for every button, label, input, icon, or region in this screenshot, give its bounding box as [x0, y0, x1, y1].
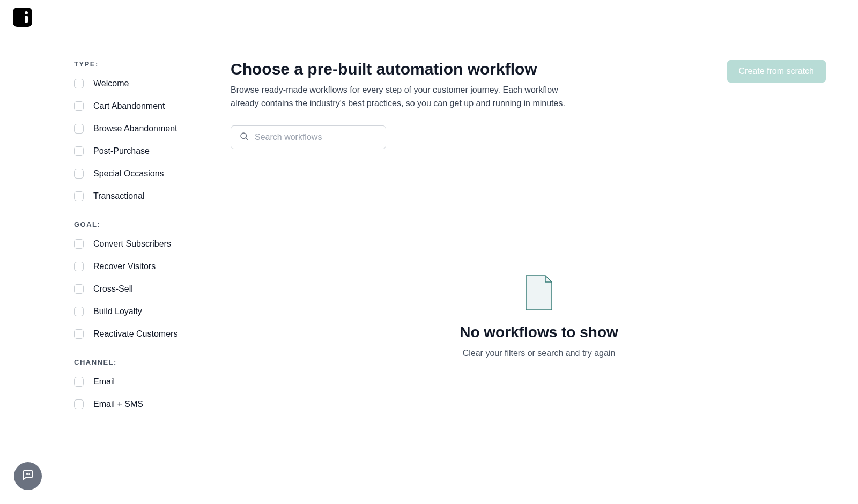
checkbox-icon[interactable]: [74, 262, 84, 271]
search-input[interactable]: [231, 125, 386, 149]
chat-icon: [22, 469, 34, 483]
filter-item-welcome[interactable]: Welcome: [74, 79, 198, 88]
filter-group-goal: GOAL: Convert Subscribers Recover Visito…: [74, 220, 198, 339]
checkbox-icon[interactable]: [74, 169, 84, 179]
filter-label: Post-Purchase: [93, 146, 150, 156]
svg-point-4: [28, 474, 28, 475]
filter-item-reactivate-customers[interactable]: Reactivate Customers: [74, 329, 198, 339]
checkbox-icon[interactable]: [74, 191, 84, 201]
page-body: TYPE: Welcome Cart Abandonment Browse Ab…: [0, 34, 858, 428]
filter-label: Recover Visitors: [93, 262, 156, 271]
checkbox-icon[interactable]: [74, 284, 84, 294]
filter-item-post-purchase[interactable]: Post-Purchase: [74, 146, 198, 156]
filter-item-email[interactable]: Email: [74, 377, 198, 387]
filter-label: Transactional: [93, 191, 144, 201]
filter-item-cross-sell[interactable]: Cross-Sell: [74, 284, 198, 294]
create-from-scratch-button[interactable]: Create from scratch: [727, 60, 826, 83]
filter-label: Email: [93, 377, 115, 387]
filter-label: Special Occasions: [93, 169, 164, 179]
filter-item-browse-abandonment[interactable]: Browse Abandonment: [74, 124, 198, 134]
filter-heading-goal: GOAL:: [74, 220, 198, 228]
checkbox-icon[interactable]: [74, 307, 84, 316]
page-title: Choose a pre-built automation workflow: [231, 60, 574, 78]
checkbox-icon[interactable]: [74, 79, 84, 88]
filter-group-channel: CHANNEL: Email Email + SMS: [74, 358, 198, 409]
filter-item-transactional[interactable]: Transactional: [74, 191, 198, 201]
filter-item-build-loyalty[interactable]: Build Loyalty: [74, 307, 198, 316]
filter-item-cart-abandonment[interactable]: Cart Abandonment: [74, 101, 198, 111]
header-row: Choose a pre-built automation workflow B…: [231, 60, 826, 125]
filter-item-convert-subscribers[interactable]: Convert Subscribers: [74, 239, 198, 249]
checkbox-icon[interactable]: [74, 146, 84, 156]
filters-sidebar: TYPE: Welcome Cart Abandonment Browse Ab…: [0, 60, 220, 428]
search-wrap: [231, 125, 386, 149]
filter-heading-type: TYPE:: [74, 60, 198, 68]
top-bar: [0, 0, 858, 34]
app-logo-icon: [13, 8, 32, 27]
filter-group-type: TYPE: Welcome Cart Abandonment Browse Ab…: [74, 60, 198, 201]
filter-label: Cross-Sell: [93, 284, 133, 294]
checkbox-icon[interactable]: [74, 399, 84, 409]
filter-label: Convert Subscribers: [93, 239, 171, 249]
filter-item-recover-visitors[interactable]: Recover Visitors: [74, 262, 198, 271]
filter-item-special-occasions[interactable]: Special Occasions: [74, 169, 198, 179]
filter-heading-channel: CHANNEL:: [74, 358, 198, 366]
empty-title: No workflows to show: [432, 324, 646, 341]
checkbox-icon[interactable]: [74, 124, 84, 134]
checkbox-icon[interactable]: [74, 239, 84, 249]
document-icon: [524, 275, 554, 311]
filter-label: Email + SMS: [93, 399, 143, 409]
svg-point-5: [29, 474, 29, 475]
filter-label: Welcome: [93, 79, 129, 88]
page-description: Browse ready-made workflows for every st…: [231, 84, 574, 110]
empty-subtitle: Clear your filters or search and try aga…: [432, 349, 646, 358]
filter-label: Browse Abandonment: [93, 124, 177, 134]
chat-button[interactable]: [14, 462, 42, 490]
empty-state: No workflows to show Clear your filters …: [432, 275, 646, 358]
svg-marker-2: [526, 276, 552, 310]
filter-label: Reactivate Customers: [93, 329, 177, 339]
checkbox-icon[interactable]: [74, 101, 84, 111]
checkbox-icon[interactable]: [74, 329, 84, 339]
filter-label: Cart Abandonment: [93, 101, 165, 111]
svg-point-3: [26, 474, 27, 475]
checkbox-icon[interactable]: [74, 377, 84, 387]
main-content: Choose a pre-built automation workflow B…: [220, 60, 858, 428]
header-text: Choose a pre-built automation workflow B…: [231, 60, 574, 125]
filter-item-email-sms[interactable]: Email + SMS: [74, 399, 198, 409]
filter-label: Build Loyalty: [93, 307, 142, 316]
